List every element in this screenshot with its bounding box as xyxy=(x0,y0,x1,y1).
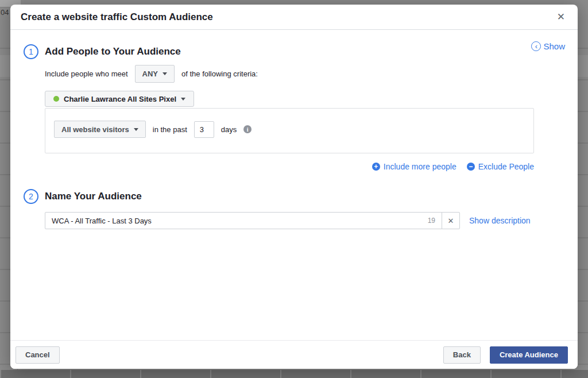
background-table-footer xyxy=(0,370,588,378)
match-type-dropdown[interactable]: ANY xyxy=(135,65,175,83)
audience-name-value: WCA - All Traffic - Last 3 Days xyxy=(52,217,428,225)
include-rule-prefix: Include people who meet xyxy=(45,70,128,78)
create-audience-button[interactable]: Create Audience xyxy=(490,346,568,364)
step-1-section: 1 Add People to Your Audience Include pe… xyxy=(10,30,578,171)
step-1-badge: 1 xyxy=(24,44,38,59)
char-count-badge: 19 xyxy=(428,217,435,225)
minus-circle-icon: − xyxy=(467,163,475,171)
back-button[interactable]: Back xyxy=(443,346,481,364)
modal-title: Create a website traffic Custom Audience xyxy=(21,11,213,23)
cancel-button[interactable]: Cancel xyxy=(16,346,60,364)
info-icon[interactable]: i xyxy=(243,125,252,133)
include-more-people-link[interactable]: + Include more people xyxy=(372,162,457,171)
plus-circle-icon: + xyxy=(372,163,380,171)
caret-down-icon xyxy=(163,72,167,75)
audience-name-row: WCA - All Traffic - Last 3 Days 19 ✕ Sho… xyxy=(45,212,534,229)
days-label: days xyxy=(221,125,237,134)
create-custom-audience-modal: Create a website traffic Custom Audience… xyxy=(10,5,578,369)
modal-footer: Cancel Back Create Audience xyxy=(10,340,578,369)
show-description-link[interactable]: Show description xyxy=(469,216,531,225)
website-event-dropdown[interactable]: All website visitors xyxy=(54,121,146,138)
include-rule-row: Include people who meet ANY of the follo… xyxy=(45,65,534,83)
criteria-row: All website visitors in the past days i xyxy=(54,121,525,138)
pixel-dropdown-label: Charlie Lawrance All Sites Pixel xyxy=(64,95,176,103)
close-icon[interactable]: ✕ xyxy=(555,10,567,24)
caret-down-icon xyxy=(181,98,185,101)
step-2-section: 2 Name Your Audience WCA - All Traffic -… xyxy=(10,171,578,229)
audience-name-input[interactable]: WCA - All Traffic - Last 3 Days 19 xyxy=(45,212,442,229)
caret-down-icon xyxy=(134,128,138,131)
modal-body: ‹ Show 1 Add People to Your Audience Inc… xyxy=(10,30,578,229)
background-text-fragment: 04 xyxy=(1,8,9,17)
criteria-box: All website visitors in the past days i xyxy=(45,108,534,153)
pixel-dropdown[interactable]: Charlie Lawrance All Sites Pixel xyxy=(45,91,194,107)
match-type-value: ANY xyxy=(142,70,158,78)
exclude-people-link[interactable]: − Exclude People xyxy=(467,162,534,171)
days-input[interactable] xyxy=(194,121,214,138)
include-rule-suffix: of the following criteria: xyxy=(181,70,258,78)
include-more-people-label: Include more people xyxy=(384,162,457,171)
step-2-heading: Name Your Audience xyxy=(45,191,534,202)
audience-name-input-group: WCA - All Traffic - Last 3 Days 19 ✕ xyxy=(45,212,460,229)
modal-header: Create a website traffic Custom Audience… xyxy=(10,5,578,30)
in-the-past-label: in the past xyxy=(153,125,187,134)
pixel-active-status-icon xyxy=(53,96,59,102)
exclude-people-label: Exclude People xyxy=(478,162,534,171)
step-1-heading: Add People to Your Audience xyxy=(45,46,534,57)
clear-name-icon[interactable]: ✕ xyxy=(442,212,460,229)
step-2-badge: 2 xyxy=(24,189,38,204)
audience-actions-row: + Include more people − Exclude People xyxy=(45,162,534,171)
website-event-value: All website visitors xyxy=(61,125,129,134)
